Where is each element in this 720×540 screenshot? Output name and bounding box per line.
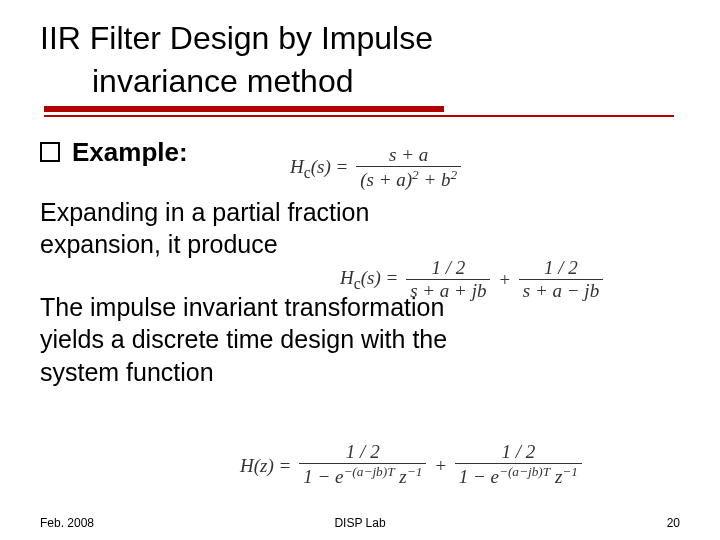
example-label: Example: [72, 137, 188, 168]
f3-arg: (z) [254, 455, 274, 476]
f2-t1-den: s + a + jb [406, 280, 490, 303]
paragraph-2: The impulse invariant transformation yie… [40, 291, 680, 389]
f2-plus: + [498, 269, 516, 290]
footer: Feb. 2008 DISP Lab 20 [40, 516, 680, 530]
f3-t1-den-exp: −(a−jb)T [343, 464, 394, 479]
paragraph-1: Expanding in a partial fraction expansio… [40, 196, 680, 261]
f1-den-left: (s + a) [360, 169, 412, 190]
title-rule-thick [44, 106, 444, 112]
f2-lhs: H [340, 267, 354, 288]
f1-lhs: H [290, 156, 304, 177]
para2-line3: system function [40, 358, 214, 386]
f2-arg: (s) [361, 267, 381, 288]
footer-date: Feb. 2008 [40, 516, 253, 530]
f1-num: s + a [356, 145, 461, 167]
f3-t1-den-a: 1 − e [303, 466, 343, 487]
f3-lhs: H [240, 455, 254, 476]
f3-t1-den-bexp: −1 [407, 464, 423, 479]
f3-t1-num: 1 / 2 [299, 442, 426, 464]
f3-eq: = [274, 455, 296, 476]
f1-den-mid: + b [419, 169, 451, 190]
slide-title-line1: IIR Filter Design by Impulse [40, 20, 680, 57]
formula-hc-s-partial: Hc(s) = 1 / 2 s + a + jb + 1 / 2 s + a −… [340, 258, 606, 303]
footer-page: 20 [467, 516, 680, 530]
formula-h-z: H(z) = 1 / 2 1 − e−(a−jb)T z−1 + 1 / 2 1… [240, 442, 585, 489]
f1-eq: = [331, 156, 353, 177]
f2-t1-num: 1 / 2 [406, 258, 490, 280]
slide-title-line2: invariance method [40, 63, 680, 100]
f2-sub: c [354, 275, 361, 292]
f3-t1-den-b: z [395, 466, 407, 487]
f3-t2-den-exp: −(a−jb)T [499, 464, 550, 479]
f1-den-exp: 2 [412, 167, 419, 182]
square-bullet-icon [40, 142, 60, 162]
f3-t2-den-bexp: −1 [562, 464, 578, 479]
f3-plus: + [434, 455, 452, 476]
formula-hc-s: Hc(s) = s + a (s + a)2 + b2 [290, 145, 464, 192]
f3-t2-den-a: 1 − e [459, 466, 499, 487]
f3-t2-den-b: z [550, 466, 562, 487]
para1-line1: Expanding in a partial fraction [40, 198, 369, 226]
f2-t2-den: s + a − jb [519, 280, 603, 303]
f1-arg: (s) [311, 156, 331, 177]
para2-line2: yields a discrete time design with the [40, 325, 447, 353]
f1-sub: c [304, 163, 311, 180]
para1-line2: expansion, it produce [40, 230, 278, 258]
f2-t2-num: 1 / 2 [519, 258, 603, 280]
f1-den-exp2: 2 [451, 167, 458, 182]
title-rule-thin [44, 115, 674, 117]
slide: IIR Filter Design by Impulse invariance … [0, 0, 720, 540]
footer-lab: DISP Lab [253, 516, 466, 530]
f3-t2-num: 1 / 2 [455, 442, 582, 464]
f2-eq: = [381, 267, 403, 288]
